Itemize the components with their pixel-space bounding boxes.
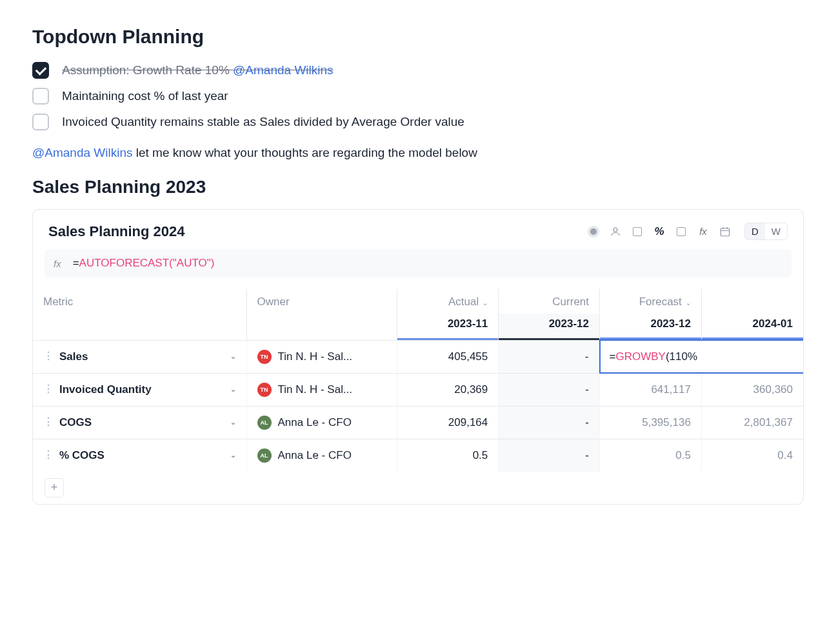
metric-cell[interactable]: Sales⌄ bbox=[43, 350, 236, 363]
calendar-icon[interactable] bbox=[719, 225, 732, 238]
metric-cell[interactable]: COGS⌄ bbox=[43, 416, 236, 429]
note: @Amanda Wilkins let me know what your th… bbox=[32, 146, 804, 160]
avatar: AL bbox=[257, 416, 272, 430]
col-group-forecast-ext bbox=[701, 289, 803, 314]
time-granularity-toggle: D W bbox=[744, 223, 788, 240]
toggle-day[interactable]: D bbox=[745, 223, 765, 239]
fx-icon[interactable]: fx bbox=[697, 225, 710, 238]
data-cell[interactable]: 0.5 bbox=[397, 439, 499, 472]
chevron-down-icon[interactable]: ⌄ bbox=[230, 451, 236, 459]
period-header: 2023-12 bbox=[499, 314, 600, 340]
data-cell[interactable]: 20,369 bbox=[397, 373, 499, 406]
data-cell[interactable]: 405,455 bbox=[397, 340, 499, 373]
formula-bar[interactable]: fx =AUTOFORECAST("AUTO") bbox=[45, 249, 791, 277]
planning-card: Sales Planning 2024 % fx D W fx =AUTOFOR… bbox=[32, 209, 804, 505]
formula-content: =AUTOFORECAST("AUTO") bbox=[73, 257, 215, 270]
data-cell[interactable]: - bbox=[499, 373, 600, 406]
checkbox[interactable] bbox=[32, 88, 49, 105]
data-cell[interactable]: 209,164 bbox=[397, 406, 499, 439]
page-title: Topdown Planning bbox=[32, 26, 804, 48]
chevron-down-icon: ⌄ bbox=[483, 299, 488, 307]
avatar: TN bbox=[257, 350, 272, 364]
mention[interactable]: @Amanda Wilkins bbox=[233, 63, 333, 77]
drag-handle-icon[interactable] bbox=[43, 354, 53, 358]
period-header: 2023-11 bbox=[397, 314, 499, 340]
checklist-text: Invoiced Quantity remains stable as Sale… bbox=[62, 115, 464, 129]
data-cell[interactable]: 641,117 bbox=[600, 373, 702, 406]
table-row: % COGS⌄ ALAnna Le - CFO 0.5 - 0.5 0.4 bbox=[33, 439, 803, 472]
table-row: COGS⌄ ALAnna Le - CFO 209,164 - 5,395,13… bbox=[33, 406, 803, 439]
metric-cell[interactable]: Invoiced Quantity⌄ bbox=[43, 383, 236, 396]
checkbox[interactable] bbox=[32, 62, 49, 79]
checklist-text: Maintaining cost % of last year bbox=[62, 89, 228, 103]
checkbox-icon[interactable] bbox=[675, 225, 688, 238]
period-header: 2024-01 bbox=[701, 314, 803, 340]
formula-cell[interactable]: =GROWBY(110% bbox=[600, 340, 803, 373]
period-header: 2023-12 bbox=[600, 314, 702, 340]
col-header-metric: Metric bbox=[33, 289, 246, 340]
owner-cell[interactable]: ALAnna Le - CFO bbox=[257, 416, 387, 430]
data-cell[interactable]: 5,395,136 bbox=[600, 406, 702, 439]
chevron-down-icon: ⌄ bbox=[686, 299, 691, 307]
checklist-item: Maintaining cost % of last year bbox=[32, 88, 804, 105]
checklist: Assumption: Growth Rate 10% @Amanda Wilk… bbox=[32, 62, 804, 130]
chevron-down-icon[interactable]: ⌄ bbox=[230, 418, 236, 427]
person-icon[interactable] bbox=[609, 225, 622, 238]
percent-icon[interactable]: % bbox=[653, 225, 666, 238]
section-title: Sales Planning 2023 bbox=[32, 177, 804, 197]
col-group-actual[interactable]: Actual⌄ bbox=[397, 289, 499, 314]
status-dot-icon[interactable] bbox=[587, 225, 600, 238]
toggle-week[interactable]: W bbox=[765, 223, 787, 239]
avatar: AL bbox=[257, 448, 272, 463]
data-cell[interactable]: 360,360 bbox=[701, 373, 803, 406]
checkbox[interactable] bbox=[32, 114, 49, 130]
data-cell[interactable]: - bbox=[499, 406, 600, 439]
col-group-current: Current bbox=[499, 289, 600, 314]
table-row: Sales⌄ TNTin N. H - Sal... 405,455 - =GR… bbox=[33, 340, 803, 373]
add-row-button[interactable]: + bbox=[45, 478, 64, 498]
drag-handle-icon[interactable] bbox=[43, 420, 53, 424]
fx-label: fx bbox=[54, 258, 61, 269]
svg-point-0 bbox=[613, 228, 617, 232]
metric-cell[interactable]: % COGS⌄ bbox=[43, 449, 236, 462]
data-cell[interactable]: - bbox=[499, 340, 600, 373]
card-toolbar: % fx D W bbox=[587, 223, 788, 240]
planning-table: Metric Owner Actual⌄ Current Forecast⌄ 2… bbox=[33, 289, 803, 472]
drag-handle-icon[interactable] bbox=[43, 387, 53, 391]
chevron-down-icon[interactable]: ⌄ bbox=[230, 352, 236, 361]
avatar: TN bbox=[257, 383, 272, 397]
checklist-item: Assumption: Growth Rate 10% @Amanda Wilk… bbox=[32, 62, 804, 79]
card-title: Sales Planning 2024 bbox=[48, 223, 185, 240]
mention[interactable]: @Amanda Wilkins bbox=[32, 146, 133, 159]
col-header-owner: Owner bbox=[246, 289, 397, 340]
col-group-forecast[interactable]: Forecast⌄ bbox=[600, 289, 702, 314]
checklist-item: Invoiced Quantity remains stable as Sale… bbox=[32, 114, 804, 130]
data-cell[interactable]: 2,801,367 bbox=[701, 406, 803, 439]
chevron-down-icon[interactable]: ⌄ bbox=[230, 385, 236, 394]
owner-cell[interactable]: ALAnna Le - CFO bbox=[257, 448, 387, 463]
svg-rect-1 bbox=[721, 228, 730, 236]
drag-handle-icon[interactable] bbox=[43, 453, 53, 457]
owner-cell[interactable]: TNTin N. H - Sal... bbox=[257, 350, 387, 364]
data-cell[interactable]: 0.5 bbox=[600, 439, 702, 472]
data-cell[interactable]: 0.4 bbox=[701, 439, 803, 472]
owner-cell[interactable]: TNTin N. H - Sal... bbox=[257, 383, 387, 397]
checkbox-icon[interactable] bbox=[631, 225, 644, 238]
table-row: Invoiced Quantity⌄ TNTin N. H - Sal... 2… bbox=[33, 373, 803, 406]
checklist-text: Assumption: Growth Rate 10% @Amanda Wilk… bbox=[62, 63, 333, 77]
data-cell[interactable]: - bbox=[499, 439, 600, 472]
